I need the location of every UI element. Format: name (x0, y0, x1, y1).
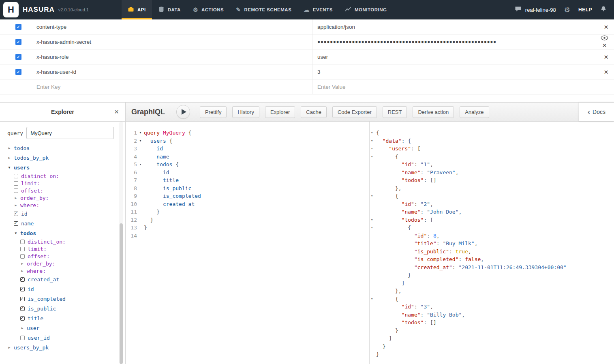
fold-arrow-icon[interactable]: ▾ (370, 216, 376, 224)
field-checkbox[interactable] (20, 240, 25, 244)
code-line[interactable]: 11 } (126, 208, 369, 216)
explorer-node-name[interactable]: name (6, 218, 125, 228)
explorer-node-todos[interactable]: ▼todos (6, 228, 125, 238)
header-enabled-checkbox[interactable]: ✓ (15, 69, 21, 75)
field-checkbox[interactable] (14, 188, 18, 193)
code-line[interactable]: 4 name (126, 153, 369, 161)
header-key[interactable]: content-type (36, 24, 312, 30)
expand-arrow-icon[interactable]: ▶ (13, 203, 19, 207)
explorer-node-todos_by_pk[interactable]: ▶todos_by_pk (6, 153, 125, 163)
fold-arrow-icon[interactable]: ▾ (370, 137, 376, 145)
header-key[interactable]: x-hasura-admin-secret (36, 39, 312, 45)
expand-arrow-icon[interactable]: ▶ (6, 156, 12, 160)
toolbar-button-cache[interactable]: Cache (301, 106, 327, 118)
fold-arrow-icon[interactable]: ▾ (370, 295, 376, 303)
explorer-node-offset[interactable]: offset: (6, 187, 125, 194)
docs-tab[interactable]: ‹ Docs (579, 103, 614, 121)
expand-arrow-icon[interactable]: ▶ (6, 346, 12, 349)
new-header-value-input[interactable] (317, 84, 599, 90)
new-header-key-input[interactable] (36, 84, 298, 90)
code-line[interactable]: 12 } (126, 216, 369, 224)
remove-header-icon[interactable]: × (604, 69, 608, 75)
explorer-node-distinct_on[interactable]: distinct_on: (6, 172, 125, 180)
nav-item-events[interactable]: ☁ EVENTS (297, 0, 339, 19)
expand-arrow-icon[interactable]: ▶ (6, 146, 12, 150)
field-checkbox[interactable] (20, 336, 25, 340)
expand-arrow-icon[interactable]: ▶ (19, 269, 25, 273)
code-line[interactable]: 2▾ users { (126, 137, 369, 145)
remove-header-icon[interactable]: × (604, 24, 608, 30)
toolbar-button-rest[interactable]: REST (383, 106, 407, 118)
toolbar-button-prettify[interactable]: Prettify (200, 106, 227, 118)
field-checkbox[interactable] (20, 306, 25, 311)
help-link[interactable]: HELP (578, 7, 592, 13)
explorer-node-todos[interactable]: ▶todos (6, 143, 125, 153)
field-checkbox[interactable] (20, 277, 25, 282)
expand-arrow-icon[interactable]: ▶ (13, 196, 19, 200)
explorer-node-user_id[interactable]: user_id (6, 333, 125, 343)
toolbar-button-history[interactable]: History (232, 106, 259, 118)
code-line[interactable]: 10 created_at (126, 200, 369, 208)
explorer-node-is_completed[interactable]: is_completed (6, 294, 125, 304)
remove-header-icon[interactable]: × (602, 42, 607, 49)
explorer-node-id[interactable]: id (6, 284, 125, 294)
field-checkbox[interactable] (14, 221, 18, 226)
expand-arrow-icon[interactable]: ▼ (13, 231, 19, 235)
expand-arrow-icon[interactable]: ▼ (6, 166, 12, 169)
field-checkbox[interactable] (14, 212, 18, 216)
explorer-scrollbar[interactable] (119, 122, 123, 364)
header-enabled-checkbox[interactable]: ✓ (15, 24, 21, 30)
nav-item-monitoring[interactable]: MONITORING (339, 0, 393, 19)
code-line[interactable]: 8 is_public (126, 184, 369, 193)
code-line[interactable]: 9 is_completed (126, 192, 369, 200)
header-enabled-checkbox[interactable]: ✓ (15, 54, 21, 60)
header-key[interactable]: x-hasura-user-id (36, 69, 312, 75)
header-value[interactable]: application/json (317, 24, 355, 30)
header-enabled-checkbox[interactable]: ✓ (15, 39, 21, 45)
explorer-node-created_at[interactable]: created_at (6, 274, 125, 284)
explorer-node-where[interactable]: ▶where: (6, 267, 125, 274)
field-checkbox[interactable] (20, 287, 25, 291)
hasura-brand[interactable]: H HASURA v2.0.10-cloud.1 (0, 0, 122, 19)
explorer-node-limit[interactable]: limit: (6, 245, 125, 253)
explorer-node-distinct_on[interactable]: distinct_on: (6, 238, 125, 245)
explorer-node-order_by[interactable]: ▶order_by: (6, 194, 125, 201)
field-checkbox[interactable] (20, 297, 25, 301)
explorer-node-order_by[interactable]: ▶order_by: (6, 260, 125, 267)
header-value[interactable]: user (317, 54, 328, 60)
field-checkbox[interactable] (20, 254, 25, 259)
expand-arrow-icon[interactable]: ▶ (19, 262, 25, 266)
toolbar-button-code-exporter[interactable]: Code Exporter (332, 106, 377, 118)
code-line[interactable]: 7 title (126, 176, 369, 184)
fold-arrow-icon[interactable]: ▾ (137, 129, 144, 137)
query-name-input[interactable] (26, 127, 114, 139)
fold-arrow-icon[interactable]: ▾ (370, 192, 376, 200)
code-line[interactable]: 3 id (126, 145, 369, 153)
code-line[interactable]: 1▾query MyQuery { (126, 129, 369, 137)
explorer-node-title[interactable]: title (6, 313, 125, 323)
settings-gear-icon[interactable]: ⚙ (564, 6, 570, 14)
header-value[interactable]: 3 (317, 69, 321, 75)
explorer-node-limit[interactable]: limit: (6, 180, 125, 187)
explorer-close-icon[interactable]: × (114, 107, 119, 116)
notifications-bell-icon[interactable] (600, 6, 607, 14)
project-name-button[interactable]: real-feline-98 (515, 6, 556, 13)
fold-arrow-icon[interactable]: ▾ (370, 145, 376, 153)
nav-item-actions[interactable]: ⚙ ACTIONS (187, 0, 230, 19)
nav-item-remote-schemas[interactable]: ✎ REMOTE SCHEMAS (230, 0, 297, 19)
explorer-node-offset[interactable]: offset: (6, 253, 125, 260)
field-checkbox[interactable] (20, 247, 25, 251)
explorer-node-user[interactable]: ▶user (6, 323, 125, 333)
code-line[interactable]: 13} (126, 224, 369, 232)
execute-query-button[interactable] (176, 105, 190, 119)
code-line[interactable]: 14 (126, 232, 369, 240)
scrollbar-thumb[interactable] (120, 223, 123, 364)
toolbar-button-analyze[interactable]: Analyze (460, 106, 489, 118)
header-key[interactable]: x-hasura-role (36, 54, 312, 60)
remove-header-icon[interactable]: × (604, 54, 608, 60)
header-value-masked[interactable]: ●●●●●●●●●●●●●●●●●●●●●●●●●●●●●●●●●●●●●●●●… (317, 39, 588, 45)
fold-arrow-icon[interactable]: ▾ (137, 161, 144, 169)
code-line[interactable]: 6 id (126, 169, 369, 177)
toolbar-button-explorer[interactable]: Explorer (265, 106, 295, 118)
field-checkbox[interactable] (20, 316, 25, 321)
